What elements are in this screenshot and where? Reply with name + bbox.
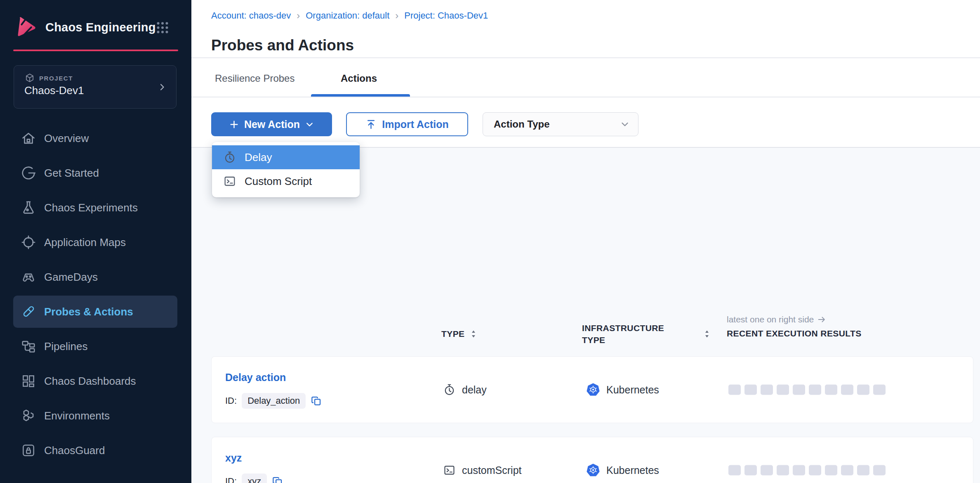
recent-execution-results <box>728 465 886 476</box>
terminal-icon <box>223 175 236 188</box>
execution-result-placeholder <box>825 385 837 395</box>
plus-icon <box>229 119 239 130</box>
sidebar-item-chaosguard[interactable]: ChaosGuard <box>13 434 177 466</box>
copy-icon[interactable] <box>272 476 283 483</box>
table-row: xyz ID: xyz customScript Kubernetes <box>211 437 973 483</box>
action-name-link[interactable]: Delay action <box>225 372 286 384</box>
pipeline-icon <box>21 339 36 354</box>
flask-icon <box>21 200 36 215</box>
module-grid-icon[interactable] <box>155 20 170 35</box>
sidebar-item-label: Overview <box>44 132 89 145</box>
sidebar-item-pipelines[interactable]: Pipelines <box>13 330 177 362</box>
sidebar-item-probes-actions[interactable]: Probes & Actions <box>13 296 177 328</box>
execution-result-placeholder <box>744 465 757 476</box>
sort-icon[interactable] <box>703 329 711 339</box>
infrastructure-cell: Kubernetes <box>586 383 659 397</box>
hexagons-icon <box>21 408 36 424</box>
sidebar-item-chaos-experiments[interactable]: Chaos Experiments <box>13 192 177 224</box>
chevron-right-icon <box>157 82 167 92</box>
execution-result-placeholder <box>857 385 869 395</box>
test-tube-icon <box>21 304 36 320</box>
execution-result-placeholder <box>761 465 773 476</box>
sidebar-item-chaos-dashboards[interactable]: Chaos Dashboards <box>13 365 177 397</box>
sidebar: Chaos Engineering PROJECT Chaos-Dev1 Ove… <box>0 0 191 483</box>
kubernetes-icon <box>586 463 600 477</box>
import-action-button[interactable]: Import Action <box>346 112 468 136</box>
sidebar-item-environments[interactable]: Environments <box>13 400 177 432</box>
tab-actions[interactable]: Actions <box>341 73 377 84</box>
home-icon <box>21 130 36 146</box>
project-selector[interactable]: PROJECT Chaos-Dev1 <box>14 65 177 109</box>
cube-icon <box>24 73 35 83</box>
execution-result-placeholder <box>744 385 757 395</box>
type-cell: customScript <box>443 464 521 477</box>
menu-item-delay[interactable]: Delay <box>212 145 360 169</box>
execution-result-placeholder <box>841 385 853 395</box>
new-action-label: New Action <box>244 118 300 130</box>
harness-chaos-logo-icon <box>15 16 38 39</box>
main-content: Account: chaos-dev › Organization: defau… <box>191 0 980 483</box>
brand-title: Chaos Engineering <box>45 21 156 34</box>
stopwatch-icon <box>443 384 456 396</box>
execution-result-placeholder <box>873 465 886 476</box>
project-label: PROJECT <box>39 75 73 82</box>
id-label: ID: <box>225 395 237 406</box>
execution-result-placeholder <box>809 385 821 395</box>
sidebar-item-overview[interactable]: Overview <box>13 122 177 154</box>
tabs-divider <box>191 97 980 97</box>
column-header-type[interactable]: TYPE <box>441 322 478 346</box>
breadcrumb-account-link[interactable]: Account: chaos-dev <box>211 10 291 21</box>
column-header-recent-execution-results: RECENT EXECUTION RESULTS <box>727 329 862 339</box>
breadcrumb: Account: chaos-dev › Organization: defau… <box>211 10 488 21</box>
sidebar-item-label: Chaos Experiments <box>44 201 138 214</box>
execution-result-placeholder <box>793 465 805 476</box>
project-name: Chaos-Dev1 <box>24 84 84 97</box>
column-header-infrastructure-type[interactable]: INFRASTRUCTURETYPE <box>582 317 711 351</box>
execution-result-placeholder <box>809 465 821 476</box>
page-title: Probes and Actions <box>211 37 354 54</box>
new-action-button[interactable]: New Action <box>211 112 332 136</box>
menu-item-custom-script[interactable]: Custom Script <box>212 169 360 193</box>
execution-result-placeholder <box>777 465 789 476</box>
copy-icon[interactable] <box>311 395 322 407</box>
terminal-icon <box>443 464 456 477</box>
breadcrumb-separator: › <box>297 10 300 21</box>
target-icon <box>21 234 36 250</box>
gamepad-icon <box>21 269 36 285</box>
breadcrumb-project-link[interactable]: Project: Chaos-Dev1 <box>404 10 488 21</box>
actions-table: TYPE INFRASTRUCTURETYPE latest one on ri… <box>191 148 980 483</box>
execution-result-placeholder <box>761 385 773 395</box>
sidebar-item-label: Environments <box>44 410 110 422</box>
execution-result-placeholder <box>793 385 805 395</box>
stopwatch-icon <box>223 151 236 164</box>
sidebar-item-label: ChaosGuard <box>44 444 105 457</box>
results-order-note: latest one on right side <box>727 315 826 324</box>
sidebar-item-application-maps[interactable]: Application Maps <box>13 226 177 258</box>
import-action-label: Import Action <box>382 118 449 130</box>
execution-result-placeholder <box>777 385 789 395</box>
execution-result-placeholder <box>825 465 837 476</box>
execution-result-placeholder <box>728 465 741 476</box>
dashboard-icon <box>21 373 36 389</box>
execution-result-placeholder <box>728 385 741 395</box>
execution-result-placeholder <box>873 385 886 395</box>
action-name-link[interactable]: xyz <box>225 452 242 464</box>
sidebar-item-label: Chaos Dashboards <box>44 375 136 388</box>
sort-icon[interactable] <box>469 329 478 339</box>
sidebar-item-label: GameDays <box>44 271 98 284</box>
execution-result-placeholder <box>841 465 853 476</box>
sidebar-item-label: Pipelines <box>44 340 88 353</box>
action-type-select[interactable]: Action Type <box>483 112 638 136</box>
tab-resilience-probes[interactable]: Resilience Probes <box>215 73 294 84</box>
new-action-dropdown-menu: Delay Custom Script <box>212 142 360 197</box>
header-divider <box>191 57 980 58</box>
sidebar-item-gamedays[interactable]: GameDays <box>13 261 177 293</box>
get-started-icon <box>21 165 36 181</box>
sidebar-item-label: Probes & Actions <box>44 305 133 318</box>
upload-icon <box>365 119 377 130</box>
breadcrumb-organization-link[interactable]: Organization: default <box>306 10 389 21</box>
execution-result-placeholder <box>857 465 869 476</box>
chevron-down-icon <box>305 120 314 129</box>
sidebar-item-get-started[interactable]: Get Started <box>13 157 177 189</box>
id-label: ID: <box>225 476 237 483</box>
